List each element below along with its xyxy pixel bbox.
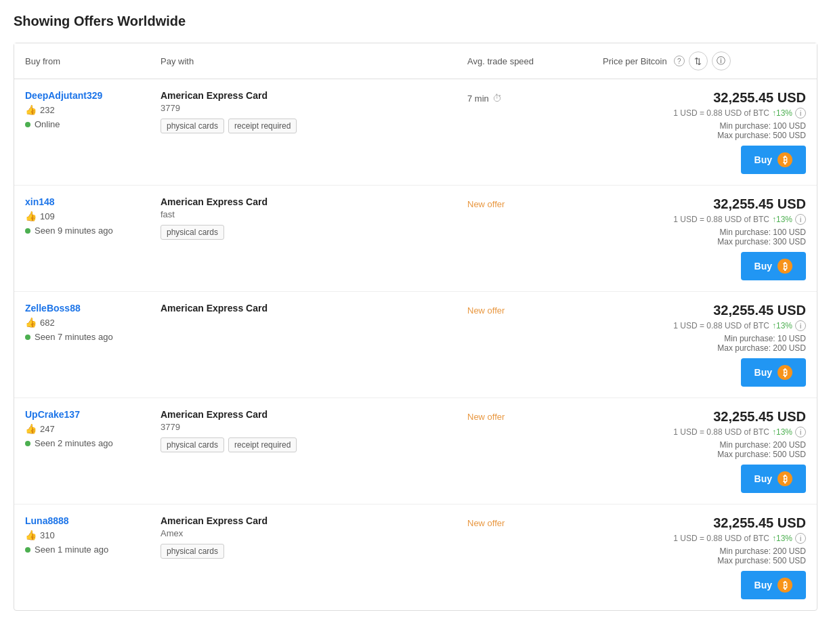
trade-speed-col: 7 min⏱	[467, 90, 603, 104]
btc-icon: ₿	[777, 365, 792, 380]
status-text: Seen 2 minutes ago	[35, 438, 113, 448]
page-title: Showing Offers Worldwide	[14, 14, 817, 29]
header-buy-from: Buy from	[25, 56, 161, 66]
status-text: Seen 9 minutes ago	[35, 226, 113, 236]
max-purchase: Max purchase: 500 USD	[603, 556, 806, 565]
pay-tags: physical cards	[161, 544, 467, 559]
price-amount: 32,255.45 USD	[603, 409, 806, 425]
pay-tag: physical cards	[161, 437, 224, 452]
seller-status: Seen 7 minutes ago	[25, 332, 161, 342]
trade-speed-col: New offer	[467, 409, 603, 422]
btc-icon: ₿	[777, 471, 792, 486]
price-col: 32,255.45 USD1 USD = 0.88 USD of BTC↑13%…	[603, 515, 806, 599]
rate-text: 1 USD = 0.88 USD of BTC	[673, 427, 769, 437]
max-purchase: Max purchase: 200 USD	[603, 343, 806, 353]
seller-name[interactable]: UpCrake137	[25, 409, 80, 420]
rate-info-icon[interactable]: i	[795, 533, 806, 544]
btc-icon: ₿	[777, 578, 792, 593]
buy-label: Buy	[754, 261, 772, 272]
pay-with-col: American Express Cardfastphysical cards	[161, 196, 467, 240]
thumb-icon: 👍	[25, 317, 37, 328]
price-amount: 32,255.45 USD	[603, 515, 806, 531]
purchase-limits: Min purchase: 100 USDMax purchase: 300 U…	[603, 228, 806, 246]
table-row: Luna8888👍310Seen 1 minute agoAmerican Ex…	[14, 505, 817, 610]
seller-col: UpCrake137👍247Seen 2 minutes ago	[25, 409, 161, 448]
pay-description: Amex	[161, 528, 467, 538]
min-purchase: Min purchase: 200 USD	[603, 440, 806, 450]
seller-name[interactable]: DeepAdjutant329	[25, 90, 102, 101]
pay-tag: receipt required	[228, 119, 297, 133]
pay-tags: physical cards	[161, 225, 467, 240]
btc-icon: ₿	[777, 259, 792, 274]
rate-info-icon[interactable]: i	[795, 214, 806, 225]
pay-tag: receipt required	[228, 437, 297, 452]
price-rate: 1 USD = 0.88 USD of BTC↑13%i	[603, 108, 806, 119]
likes-count: 682	[40, 318, 55, 328]
pay-with-col: American Express Card3779physical cardsr…	[161, 409, 467, 452]
offers-table: Buy from Pay with Avg. trade speed Price…	[14, 43, 817, 611]
thumb-icon: 👍	[25, 423, 37, 434]
table-row: DeepAdjutant329👍232OnlineAmerican Expres…	[14, 79, 817, 186]
speed-value: 7 min	[467, 93, 489, 104]
buy-button[interactable]: Buy₿	[741, 465, 806, 493]
min-purchase: Min purchase: 10 USD	[603, 334, 806, 343]
buy-button[interactable]: Buy₿	[741, 571, 806, 599]
clock-icon: ⏱	[492, 93, 502, 104]
buy-label: Buy	[754, 367, 772, 378]
pay-with-col: American Express Card	[161, 303, 467, 314]
price-amount: 32,255.45 USD	[603, 303, 806, 318]
likes-count: 109	[40, 211, 55, 221]
price-col: 32,255.45 USD1 USD = 0.88 USD of BTC↑13%…	[603, 90, 806, 174]
seller-status: Seen 2 minutes ago	[25, 438, 161, 448]
rate-text: 1 USD = 0.88 USD of BTC	[673, 534, 769, 543]
likes-count: 247	[40, 424, 55, 434]
seller-name[interactable]: ZelleBoss88	[25, 303, 81, 314]
buy-label: Buy	[754, 154, 772, 165]
purchase-limits: Min purchase: 200 USDMax purchase: 500 U…	[603, 440, 806, 459]
table-header: Buy from Pay with Avg. trade speed Price…	[14, 43, 817, 79]
header-trade-speed: Avg. trade speed	[467, 56, 603, 66]
price-col: 32,255.45 USD1 USD = 0.88 USD of BTC↑13%…	[603, 196, 806, 280]
seller-col: Luna8888👍310Seen 1 minute ago	[25, 515, 161, 555]
new-offer-badge: New offer	[467, 518, 603, 528]
header-pay-with: Pay with	[161, 56, 467, 66]
price-col: 32,255.45 USD1 USD = 0.88 USD of BTC↑13%…	[603, 409, 806, 493]
thumb-icon: 👍	[25, 211, 37, 221]
trade-speed-col: New offer	[467, 196, 603, 209]
rate-info-icon[interactable]: i	[795, 320, 806, 331]
price-rate: 1 USD = 0.88 USD of BTC↑13%i	[603, 427, 806, 437]
pay-description: 3779	[161, 422, 467, 432]
price-change: ↑13%	[772, 321, 792, 330]
min-purchase: Min purchase: 100 USD	[603, 121, 806, 131]
price-change: ↑13%	[772, 427, 792, 437]
new-offer-badge: New offer	[467, 412, 603, 422]
rate-text: 1 USD = 0.88 USD of BTC	[673, 215, 769, 224]
table-row: ZelleBoss88👍682Seen 7 minutes agoAmerica…	[14, 292, 817, 398]
pay-method: American Express Card	[161, 303, 467, 314]
sort-icon[interactable]: ⇅	[689, 51, 708, 70]
seller-name[interactable]: xin148	[25, 196, 55, 207]
pay-tag: physical cards	[161, 544, 224, 559]
price-change: ↑13%	[772, 108, 792, 118]
buy-button[interactable]: Buy₿	[741, 146, 806, 174]
status-text: Online	[35, 119, 60, 129]
buy-button[interactable]: Buy₿	[741, 358, 806, 387]
status-dot	[25, 228, 30, 234]
info-icon-btn[interactable]: ⓘ	[712, 51, 731, 70]
trade-speed: 7 min⏱	[467, 93, 603, 104]
pay-tag: physical cards	[161, 225, 224, 240]
price-amount: 32,255.45 USD	[603, 196, 806, 212]
price-help-icon[interactable]: ?	[674, 56, 685, 66]
rate-info-icon[interactable]: i	[795, 427, 806, 437]
seller-name[interactable]: Luna8888	[25, 515, 69, 526]
buy-row: Buy₿	[603, 146, 806, 174]
rate-text: 1 USD = 0.88 USD of BTC	[673, 321, 769, 330]
buy-label: Buy	[754, 473, 772, 484]
buy-button[interactable]: Buy₿	[741, 252, 806, 280]
pay-description: 3779	[161, 103, 467, 113]
table-row: xin148👍109Seen 9 minutes agoAmerican Exp…	[14, 186, 817, 292]
likes-count: 232	[40, 105, 55, 115]
rate-info-icon[interactable]: i	[795, 108, 806, 119]
thumb-icon: 👍	[25, 104, 37, 115]
seller-status: Seen 1 minute ago	[25, 544, 161, 555]
